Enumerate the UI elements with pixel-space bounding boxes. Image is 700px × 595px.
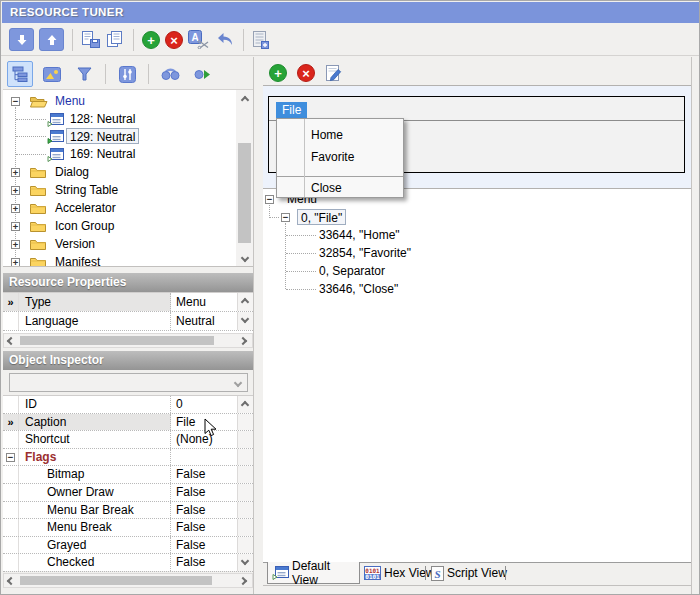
tab-script-view[interactable]: S Script View xyxy=(431,564,507,582)
section-title: Resource Properties xyxy=(9,275,126,289)
scroll-left-button[interactable] xyxy=(4,574,18,587)
tab-separator xyxy=(505,566,506,580)
grid-scroll-up[interactable] xyxy=(237,396,253,413)
tree-item-label[interactable]: Accelerator xyxy=(52,200,119,216)
menu-item-close[interactable]: Close xyxy=(277,177,403,199)
collapse-icon[interactable]: − xyxy=(281,213,290,222)
structure-item-label[interactable]: 33646, "Close" xyxy=(316,281,401,297)
scroll-left-button[interactable] xyxy=(4,334,18,347)
scroll-right-button[interactable] xyxy=(236,334,250,347)
move-up-button[interactable] xyxy=(39,28,64,51)
edit-item-button[interactable] xyxy=(325,64,342,82)
collapse-icon[interactable]: − xyxy=(6,453,15,462)
tree-item-label[interactable]: Menu xyxy=(52,93,88,109)
tree-item-label[interactable]: Manifest xyxy=(52,254,103,267)
add-resource-button[interactable]: + xyxy=(142,31,160,49)
property-name: Shortcut xyxy=(19,431,171,448)
tree-item-label[interactable]: Version xyxy=(52,236,98,252)
options-button[interactable] xyxy=(114,61,140,87)
structure-item-label[interactable]: 32854, "Favorite" xyxy=(316,245,414,261)
save-resource-button[interactable] xyxy=(81,31,101,48)
menu-item-home[interactable]: Home xyxy=(277,124,403,146)
expand-icon[interactable]: + xyxy=(11,168,20,177)
delete-item-button[interactable]: × xyxy=(297,64,315,82)
tree-view-button[interactable] xyxy=(7,61,33,87)
property-value[interactable]: False xyxy=(171,554,237,571)
tab-default-view[interactable]: Default View xyxy=(267,562,360,584)
tab-hex-view[interactable]: 0101 0101 Hex View xyxy=(364,564,434,582)
grid-scroll-up[interactable] xyxy=(237,293,253,311)
collapse-icon[interactable]: − xyxy=(11,97,20,106)
copy-resource-button[interactable] xyxy=(106,31,125,48)
row-marker-icon: » xyxy=(7,416,13,428)
tree-item-label[interactable]: 169: Neutral xyxy=(67,146,138,162)
undo-button[interactable] xyxy=(215,32,235,47)
find-next-button[interactable] xyxy=(189,61,215,87)
property-value[interactable]: False xyxy=(171,537,237,554)
expand-icon[interactable]: + xyxy=(11,258,20,267)
tree-item-label[interactable]: String Table xyxy=(52,182,121,198)
script-view-icon: S xyxy=(431,566,444,581)
property-row[interactable]: Checked False xyxy=(3,554,253,572)
tree-connector xyxy=(285,223,286,289)
tree-item-label[interactable]: Icon Group xyxy=(52,218,117,234)
folder-icon xyxy=(29,256,47,267)
image-view-button[interactable] xyxy=(39,61,65,87)
property-name: Checked xyxy=(19,554,171,571)
delete-resource-button[interactable]: × xyxy=(165,31,183,49)
tree-scrollbar[interactable] xyxy=(236,90,253,267)
scroll-up-button[interactable] xyxy=(236,92,253,107)
property-value[interactable]: 0 xyxy=(171,396,237,413)
tree-item-label[interactable]: Dialog xyxy=(52,164,92,180)
tree-item-label[interactable]: 128: Neutral xyxy=(67,111,138,127)
structure-popup-label[interactable]: 0, "File" xyxy=(297,209,346,225)
expand-icon[interactable]: + xyxy=(11,204,20,213)
property-row[interactable]: Grayed False xyxy=(3,537,253,555)
menu-item-favorite[interactable]: Favorite xyxy=(277,146,403,168)
menu-dropdown: Home Favorite Close xyxy=(276,118,404,198)
object-selector-combobox[interactable] xyxy=(9,373,248,392)
menubar-item-file[interactable]: File xyxy=(276,102,307,118)
plus-icon: + xyxy=(274,66,282,81)
filter-button[interactable] xyxy=(71,61,97,87)
scroll-down-button[interactable] xyxy=(236,250,253,265)
grid-scroll-down[interactable] xyxy=(237,554,253,571)
property-value[interactable]: Neutral xyxy=(171,312,237,330)
panel-splitter[interactable] xyxy=(253,57,254,594)
property-value[interactable]: False xyxy=(171,466,237,483)
scrollbar-thumb[interactable] xyxy=(238,143,251,243)
property-value[interactable]: Menu xyxy=(171,293,237,311)
mouse-cursor xyxy=(204,418,218,438)
save-resource-icon xyxy=(81,31,101,48)
expand-icon[interactable]: + xyxy=(11,222,20,231)
resource-report-button[interactable] xyxy=(252,31,269,49)
structure-item-label[interactable]: 33644, "Home" xyxy=(316,227,403,243)
expand-icon[interactable]: + xyxy=(11,186,20,195)
tree-item-label[interactable]: 129: Neutral xyxy=(66,128,139,144)
property-row[interactable]: Owner Draw False xyxy=(3,484,253,502)
property-value[interactable]: False xyxy=(171,519,237,536)
property-row[interactable]: Menu Bar Break False xyxy=(3,502,253,520)
property-value[interactable]: False xyxy=(171,484,237,501)
move-down-button[interactable] xyxy=(9,28,34,51)
property-value[interactable]: False xyxy=(171,502,237,519)
grid-scroll-down[interactable] xyxy=(237,312,253,330)
resource-properties-hscroll[interactable] xyxy=(3,333,253,348)
property-row[interactable]: Bitmap False xyxy=(3,466,253,484)
property-row[interactable]: Language Neutral xyxy=(3,312,253,331)
expand-icon[interactable]: + xyxy=(11,240,20,249)
scrollbar-thumb[interactable] xyxy=(20,576,212,585)
scrollbar-thumb[interactable] xyxy=(20,336,214,345)
property-row[interactable]: ID 0 xyxy=(3,396,253,414)
rename-resource-button[interactable]: A xyxy=(188,30,210,49)
scroll-right-button[interactable] xyxy=(236,574,250,587)
collapse-icon[interactable]: − xyxy=(265,195,274,204)
structure-item-label[interactable]: 0, Separator xyxy=(316,263,388,279)
property-row[interactable]: » Type Menu xyxy=(3,293,253,312)
add-item-button[interactable]: + xyxy=(269,64,287,82)
property-group-row[interactable]: − Flags xyxy=(3,449,253,467)
search-button[interactable] xyxy=(157,61,183,87)
titlebar[interactable]: RESOURCE TUNER xyxy=(2,2,699,23)
property-row[interactable]: Menu Break False xyxy=(3,519,253,537)
object-inspector-hscroll[interactable] xyxy=(3,573,253,588)
